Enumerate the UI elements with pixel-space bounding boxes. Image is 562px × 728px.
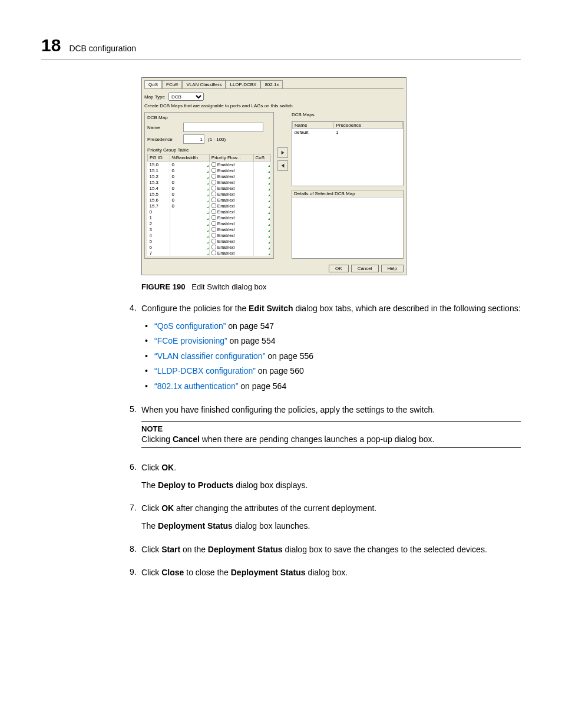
priority-flow-checkbox[interactable] <box>211 192 216 196</box>
cell-cos[interactable] <box>253 238 270 244</box>
cross-reference-link[interactable]: “FCoE provisioning” <box>154 336 227 345</box>
cell-priority-flow[interactable]: Enabled <box>209 226 253 232</box>
precedence-input[interactable] <box>183 134 204 144</box>
cell-bandwidth[interactable] <box>170 209 209 215</box>
table-row[interactable]: 3Enabled <box>148 226 271 232</box>
cell-cos[interactable] <box>253 167 270 173</box>
cell-priority-flow[interactable]: Enabled <box>209 185 253 191</box>
table-row[interactable]: 15.20Enabled <box>148 173 271 179</box>
name-input[interactable] <box>183 123 263 132</box>
priority-flow-checkbox[interactable] <box>211 239 216 243</box>
col-cos[interactable]: CoS <box>253 154 270 162</box>
priority-flow-checkbox[interactable] <box>211 227 216 232</box>
cell-priority-flow[interactable]: Enabled <box>209 238 253 244</box>
priority-flow-checkbox[interactable] <box>211 215 216 220</box>
cell-priority-flow[interactable]: Enabled <box>209 197 253 203</box>
cell-cos[interactable] <box>253 197 270 203</box>
cell-bandwidth[interactable] <box>170 244 209 250</box>
table-row[interactable]: 15.50Enabled <box>148 191 271 197</box>
tab-qos[interactable]: QoS <box>144 80 162 88</box>
col-pgid[interactable]: PG ID <box>148 154 170 162</box>
map-type-select[interactable]: DCB <box>168 93 204 101</box>
cancel-button[interactable]: Cancel <box>351 265 379 272</box>
table-row[interactable]: 0Enabled <box>148 209 271 215</box>
cell-priority-flow[interactable]: Enabled <box>209 203 253 209</box>
cell-bandwidth[interactable]: 0 <box>170 162 209 168</box>
cross-reference-link[interactable]: “QoS configuration” <box>154 321 226 331</box>
cell-cos[interactable] <box>253 179 270 185</box>
cell-cos[interactable] <box>253 250 270 256</box>
priority-flow-checkbox[interactable] <box>211 209 216 214</box>
priority-flow-checkbox[interactable] <box>211 251 216 255</box>
cross-reference-link[interactable]: “VLAN classifier configuration” <box>154 351 265 361</box>
tab-fcoe[interactable]: FCoE <box>162 80 182 88</box>
table-row[interactable]: 15.60Enabled <box>148 197 271 203</box>
priority-flow-checkbox[interactable] <box>211 233 216 238</box>
table-row[interactable]: 15.00Enabled <box>148 162 271 168</box>
cell-priority-flow[interactable]: Enabled <box>209 179 253 185</box>
move-right-button[interactable] <box>277 147 288 158</box>
cell-bandwidth[interactable] <box>170 215 209 220</box>
cell-bandwidth[interactable]: 0 <box>170 179 209 185</box>
table-row[interactable]: 15.40Enabled <box>148 185 271 191</box>
cell-bandwidth[interactable] <box>170 232 209 238</box>
cell-priority-flow[interactable]: Enabled <box>209 244 253 250</box>
priority-flow-checkbox[interactable] <box>211 203 216 208</box>
priority-flow-checkbox[interactable] <box>211 245 216 249</box>
table-row[interactable]: 15.30Enabled <box>148 179 271 185</box>
cell-cos[interactable] <box>253 173 270 179</box>
priority-flow-checkbox[interactable] <box>211 186 216 190</box>
cross-reference-link[interactable]: “LLDP-DCBX configuration” <box>154 366 256 375</box>
priority-flow-checkbox[interactable] <box>211 197 216 202</box>
cell-cos[interactable] <box>253 209 270 215</box>
priority-flow-checkbox[interactable] <box>211 221 216 226</box>
table-row[interactable]: 6Enabled <box>148 244 271 250</box>
cell-bandwidth[interactable] <box>170 220 209 226</box>
cell-cos[interactable] <box>253 185 270 191</box>
col-priority-flow[interactable]: Priority Flow... <box>209 154 253 162</box>
cell-bandwidth[interactable]: 0 <box>170 173 209 179</box>
cell-cos[interactable] <box>253 220 270 226</box>
table-row[interactable]: default 1 <box>293 129 403 136</box>
ok-button[interactable]: OK <box>329 265 349 272</box>
priority-flow-checkbox[interactable] <box>211 174 216 179</box>
cell-priority-flow[interactable]: Enabled <box>209 220 253 226</box>
table-row[interactable]: 5Enabled <box>148 238 271 244</box>
table-row[interactable]: 15.10Enabled <box>148 167 271 173</box>
cell-bandwidth[interactable]: 0 <box>170 167 209 173</box>
cell-bandwidth[interactable]: 0 <box>170 203 209 209</box>
cell-cos[interactable] <box>253 162 270 168</box>
cross-reference-link[interactable]: “802.1x authentication” <box>154 381 238 391</box>
tab-lldp-dcbx[interactable]: LLDP-DCBX <box>226 80 260 88</box>
move-left-button[interactable] <box>277 160 288 171</box>
help-button[interactable]: Help <box>381 265 404 272</box>
cell-priority-flow[interactable]: Enabled <box>209 250 253 256</box>
table-row[interactable]: 4Enabled <box>148 232 271 238</box>
tab-8021x[interactable]: 802.1x <box>260 80 283 88</box>
cell-cos[interactable] <box>253 226 270 232</box>
tab-vlan-classifiers[interactable]: VLAN Classifiers <box>182 80 226 88</box>
priority-flow-checkbox[interactable] <box>211 168 216 173</box>
cell-priority-flow[interactable]: Enabled <box>209 215 253 220</box>
cell-bandwidth[interactable]: 0 <box>170 197 209 203</box>
col-bandwidth[interactable]: %Bandwidth <box>170 154 209 162</box>
table-row[interactable]: 7Enabled <box>148 250 271 256</box>
table-row[interactable]: 1Enabled <box>148 215 271 220</box>
cell-bandwidth[interactable] <box>170 226 209 232</box>
table-row[interactable]: 2Enabled <box>148 220 271 226</box>
cell-cos[interactable] <box>253 191 270 197</box>
cell-cos[interactable] <box>253 215 270 220</box>
cell-priority-flow[interactable]: Enabled <box>209 162 253 168</box>
cell-priority-flow[interactable]: Enabled <box>209 173 253 179</box>
cell-bandwidth[interactable] <box>170 238 209 244</box>
cell-bandwidth[interactable] <box>170 250 209 256</box>
cell-priority-flow[interactable]: Enabled <box>209 232 253 238</box>
maps-col-name[interactable]: Name <box>293 122 334 129</box>
cell-cos[interactable] <box>253 244 270 250</box>
cell-cos[interactable] <box>253 232 270 238</box>
maps-col-precedence[interactable]: Precedence <box>334 122 403 129</box>
cell-bandwidth[interactable]: 0 <box>170 185 209 191</box>
cell-priority-flow[interactable]: Enabled <box>209 191 253 197</box>
cell-priority-flow[interactable]: Enabled <box>209 167 253 173</box>
priority-flow-checkbox[interactable] <box>211 162 216 167</box>
